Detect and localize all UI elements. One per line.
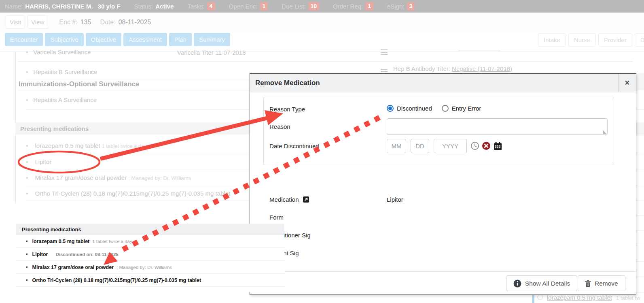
- patient-name: HARRIS, CHRISTINE M.: [25, 3, 93, 10]
- tab-nurse[interactable]: Nurse: [568, 33, 596, 47]
- modal-header: Remove Medication ✕: [250, 74, 636, 92]
- med-row-miralax-dim: Miralax 17 gram/dose oral powder ; Manag…: [26, 174, 191, 181]
- content-top-border: [0, 51, 644, 51]
- open-enc-counter[interactable]: Open Enc: 1: [229, 2, 268, 11]
- order-req-counter[interactable]: Order Req: 1: [333, 2, 373, 11]
- page: Name: HARRIS, CHRISTINE M. 30 y/o F Stat…: [0, 0, 644, 303]
- tab-assessment[interactable]: Assessment: [123, 33, 167, 46]
- radio-discontinued-label[interactable]: Discontinued: [397, 105, 432, 112]
- enc-number-label: Enc #:: [59, 19, 77, 26]
- discontinued-note: Discontinued on: 08-11-2025: [55, 252, 118, 257]
- calendar-icon[interactable]: [493, 141, 502, 151]
- result-panel-header: Presenting medications: [16, 224, 284, 235]
- tab-intake[interactable]: Intake: [538, 33, 566, 47]
- result-row-ortho: Ortho Tri-Cyclen (28) 0.18 mg(7)/0.215mg…: [16, 274, 284, 287]
- hep-b-titer-label: Hep B Antibody Titer:: [393, 65, 450, 72]
- status-label: Status:: [134, 3, 153, 10]
- role-tab-bar: Intake Nurse Provider Depar: [538, 33, 644, 47]
- tab-department[interactable]: Depar: [635, 33, 644, 47]
- day-input[interactable]: [411, 139, 429, 153]
- open-enc-badge[interactable]: 1: [260, 2, 268, 11]
- optional-surveillance-header: Immunizations-Optional Surveillance: [19, 80, 140, 88]
- radio-entry-error-label[interactable]: Entry Error: [452, 105, 481, 112]
- medication-value: Lipitor: [387, 196, 403, 203]
- modal-title: Remove Medication: [250, 79, 320, 87]
- row-divider: [18, 61, 633, 62]
- reason-type-label: Reason Type: [269, 106, 305, 113]
- hep-b-titer-link[interactable]: Negative (11-07-2018): [452, 65, 512, 72]
- list-item-hep-a: Hepatitis A Surveillance: [26, 96, 97, 103]
- reason-label: Reason: [269, 123, 290, 130]
- esign-badge[interactable]: 3: [407, 2, 415, 11]
- reason-textarea[interactable]: [387, 118, 608, 135]
- view-button[interactable]: View: [27, 15, 48, 29]
- tab-summary[interactable]: Summary: [194, 33, 230, 46]
- trash-icon: [585, 280, 591, 287]
- tab-plan[interactable]: Plan: [169, 33, 192, 46]
- tasks-counter[interactable]: Tasks: 4: [187, 2, 215, 11]
- row-divider: [26, 79, 250, 79]
- list-item-hep-b: Hepatitis B Surveillance: [26, 68, 97, 75]
- esign-counter[interactable]: eSign: 3: [387, 2, 415, 11]
- date-discontinued-label: Date Discontinued: [269, 143, 319, 149]
- result-row-lorazepam: lorazepam 0.5 mg tablet 1 tablet twice a…: [16, 235, 284, 248]
- row-radio[interactable]: [537, 294, 543, 300]
- radio-discontinued[interactable]: [387, 105, 394, 112]
- name-label: Name:: [5, 3, 23, 10]
- enc-date-label: Date:: [100, 19, 115, 26]
- hep-b-titer-row: Hep B Antibody Titer: Negative (11-07-20…: [393, 65, 512, 72]
- clock-icon[interactable]: [470, 141, 480, 151]
- enc-number-value: 135: [80, 19, 91, 26]
- clear-date-icon[interactable]: [481, 141, 491, 151]
- section-tab-bar: Encounter Subjective Objective Assessmen…: [5, 33, 230, 46]
- remove-button[interactable]: Remove: [578, 275, 625, 291]
- enc-date-value: 08-11-2025: [119, 19, 151, 26]
- tab-objective[interactable]: Objective: [86, 33, 122, 46]
- year-input[interactable]: [434, 139, 467, 153]
- encounter-bar: Visit View Enc #: 135 Date: 08-11-2025: [0, 13, 644, 32]
- footer-divider: [250, 271, 636, 272]
- status-value: Active: [155, 3, 174, 10]
- medication-label-row: Medication: [269, 196, 309, 203]
- due-list-badge[interactable]: 10: [308, 2, 320, 11]
- result-row-lipitor: Lipitor Discontinued on: 08-11-2025: [16, 248, 284, 261]
- resize-handle-icon[interactable]: [603, 130, 607, 134]
- form-label: Form: [269, 214, 284, 221]
- external-link-icon[interactable]: [303, 196, 309, 203]
- radio-entry-error[interactable]: [442, 105, 449, 112]
- med-row-ortho-dim: Ortho Tri-Cyclen (28) 0.18 mg(7)/0.215mg…: [26, 190, 230, 197]
- tab-provider[interactable]: Provider: [598, 33, 632, 47]
- modal-body: Reason Type Discontinued Entry Error Rea…: [250, 92, 636, 294]
- reason-type-radio-group: Discontinued Entry Error: [387, 105, 487, 112]
- month-input[interactable]: [387, 139, 406, 153]
- clipped-underline-fragment: [458, 51, 500, 51]
- visit-button[interactable]: Visit: [6, 15, 25, 29]
- med-row-lorazepam-right: lorazepam 0.5 mg tablet 1 tablet tw: [547, 294, 640, 301]
- result-row-miralax: Miralax 17 gram/dose oral powder ; Manag…: [16, 261, 284, 274]
- remove-medication-modal: Remove Medication ✕ Reason Type Disconti…: [250, 73, 636, 295]
- med-row-lorazepam-dim: lorazepam 0.5 mg tablet 1 tablet twice a…: [26, 142, 147, 149]
- info-circle-icon: [513, 280, 521, 288]
- patient-header-bar: Name: HARRIS, CHRISTINE M. 30 y/o F Stat…: [0, 0, 644, 13]
- varicella-titer-value: Varicella Titer 11-07-2018: [177, 49, 246, 56]
- medication-label: Medication: [269, 196, 299, 203]
- tab-subjective[interactable]: Subjective: [45, 33, 83, 46]
- list-item-varicella: Varicella Surveillance: [26, 49, 91, 55]
- patient-age-sex: 30 y/o F: [98, 3, 121, 10]
- med-row-lipitor-dim: Lipitor: [26, 158, 51, 165]
- show-all-details-button[interactable]: Show All Details: [506, 275, 577, 291]
- order-req-badge[interactable]: 1: [365, 2, 373, 11]
- tab-encounter[interactable]: Encounter: [5, 33, 43, 46]
- due-list-counter[interactable]: Due List: 10: [282, 2, 319, 11]
- tasks-badge[interactable]: 4: [207, 2, 215, 11]
- result-medications-panel: Presenting medications lorazepam 0.5 mg …: [16, 224, 284, 292]
- list-icon[interactable]: [381, 49, 388, 55]
- close-icon[interactable]: ✕: [618, 74, 636, 92]
